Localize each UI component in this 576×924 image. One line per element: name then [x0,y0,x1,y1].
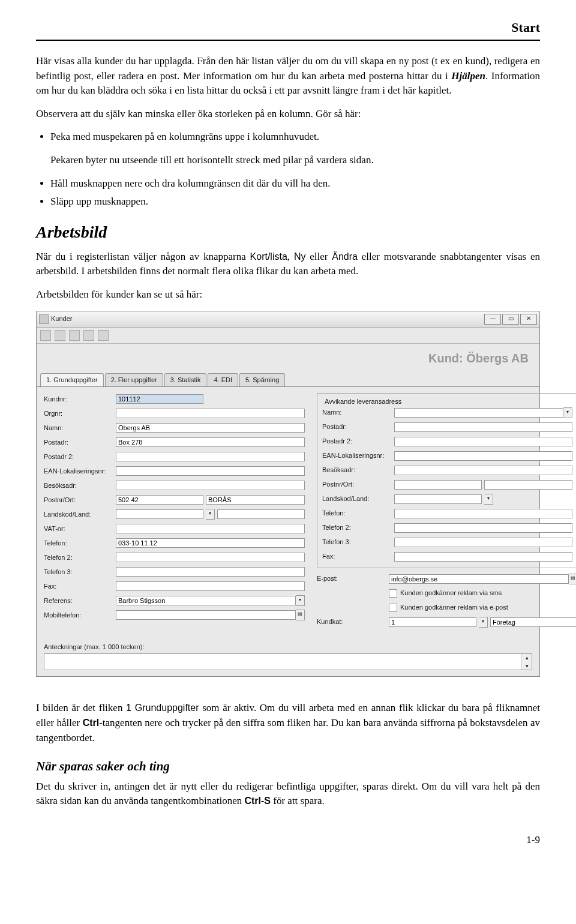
toolbar-button[interactable] [55,330,65,341]
tab-statistik[interactable]: 3. Statistik [164,373,207,387]
label-kundnr: Kundnr: [44,395,116,404]
chk-epost[interactable] [389,604,397,612]
tabs: 1. Grunduppgifter 2. Fler uppgifter 3. S… [37,371,539,388]
paragraph: I bilden är det fliken 1 Grunduppgifter … [36,701,540,745]
r-postadr2-field[interactable] [394,437,572,446]
divider [36,40,540,41]
scrollbar[interactable]: ▴ ▾ [521,654,532,670]
r-tel-field[interactable] [394,509,572,518]
close-button[interactable]: ✕ [520,314,537,325]
r-landskod-dropdown[interactable]: ▾ [484,494,493,505]
chk-sms[interactable] [389,589,397,598]
tel-field[interactable] [116,538,305,548]
r-landskod-field[interactable] [394,494,482,504]
paragraph: Arbetsbilden för kunder kan se ut så här… [36,287,540,302]
window-title: Kunder [51,314,72,324]
epost-btn[interactable]: ▤ [569,574,576,584]
label-r-tel3: Telefon 3: [322,538,394,547]
orgnr-field[interactable] [116,409,305,418]
mobil-btn[interactable]: ▤ [296,610,305,620]
kundkat-num-field[interactable] [389,617,476,627]
label-epost: E-post: [317,574,389,584]
tab-grunduppgifter[interactable]: 1. Grunduppgifter [40,373,104,387]
postnr-field[interactable] [116,495,203,505]
r-ort-field[interactable] [484,480,572,490]
label-orgnr: Orgnr: [44,409,116,419]
anteck-textarea[interactable]: ▴ ▾ [44,653,532,670]
minimize-button[interactable]: — [484,314,501,325]
label-kundkat: Kundkat: [317,617,389,627]
label-r-postadr: Postadr: [322,422,394,432]
label-ean: EAN-Lokaliseringsnr: [44,467,116,476]
bullet: Peka med muspekaren på en kolumngräns up… [50,130,540,145]
referens-dropdown[interactable]: ▾ [296,595,305,606]
toolbar [37,328,539,344]
label-namn: Namn: [44,424,116,433]
scroll-down-icon[interactable]: ▾ [522,662,532,670]
r-besok-field[interactable] [394,466,572,475]
label-r-ean: EAN-Lokaliseringsnr: [322,451,394,461]
landskod-dropdown[interactable]: ▾ [206,509,215,520]
label-referens: Referens: [44,596,116,606]
titlebar: Kunder — ▭ ✕ [37,311,539,328]
landskod-field[interactable] [116,509,203,519]
label-fax: Fax: [44,582,116,592]
toolbar-button[interactable] [98,330,109,341]
label-r-postadr2: Postadr 2: [322,437,394,446]
label-tel3: Telefon 3: [44,568,116,577]
land-field[interactable] [217,509,305,519]
chk-sms-label: Kunden godkänner reklam via sms [400,589,502,598]
tab-edi[interactable]: 4. EDI [208,373,238,387]
kundkat-field[interactable] [490,617,576,627]
r-postadr-field[interactable] [394,422,572,432]
tab-fler-uppgifter[interactable]: 2. Fler uppgifter [105,373,163,387]
toolbar-button[interactable] [69,330,80,341]
r-fax-field[interactable] [394,552,572,562]
tel3-field[interactable] [116,567,305,577]
r-postnr-field[interactable] [394,480,482,490]
paragraph: Det du skriver in, antingen det är nytt … [36,779,540,809]
ort-field[interactable] [206,495,305,505]
fax-field[interactable] [116,581,305,591]
section-header: Start [36,18,540,37]
r-tel2-field[interactable] [394,523,572,533]
label-vat: VAT-nr: [44,524,116,534]
paragraph: Här visas alla kunder du har upplagda. F… [36,54,540,98]
toolbar-button[interactable] [40,330,51,341]
label-r-tel: Telefon: [322,509,394,518]
label-r-namn: Namn: [322,408,394,418]
r-ean-field[interactable] [394,451,572,461]
leveransadress-group: Avvikande leveransadress Namn:▾ Postadr:… [317,393,576,568]
r-namn-field[interactable] [394,408,563,418]
epost-field[interactable] [389,574,569,584]
r-tel3-field[interactable] [394,538,572,547]
label-mobil: Mobiltelefon: [44,611,116,620]
besok-field[interactable] [116,481,305,490]
maximize-button[interactable]: ▭ [502,314,519,325]
page-number: 1-9 [36,833,540,848]
kundkat-dropdown[interactable]: ▾ [479,617,488,628]
kundnr-field[interactable] [116,394,203,404]
label-r-postnrort: Postnr/Ort: [322,480,394,490]
referens-field[interactable] [116,596,296,605]
toolbar-button[interactable] [83,330,94,341]
vat-field[interactable] [116,524,305,533]
paragraph: Pekaren byter nu utseende till ett horis… [50,153,540,168]
postadr-field[interactable] [116,437,305,447]
namn-field[interactable] [116,423,305,433]
label-postadr2: Postadr 2: [44,452,116,462]
ean-field[interactable] [116,466,305,476]
paragraph: Observera att du själv kan minska eller … [36,107,540,122]
heading-spara: När sparas saker och ting [36,757,540,775]
tab-sparning[interactable]: 5. Spårning [239,373,285,387]
mobil-field[interactable] [116,610,296,620]
paragraph: När du i registerlistan väljer någon av … [36,250,540,279]
postadr2-field[interactable] [116,452,305,461]
label-tel2: Telefon 2: [44,553,116,563]
label-besok: Besöksadr: [44,481,116,491]
r-namn-dropdown[interactable]: ▾ [563,407,572,418]
app-icon [39,314,49,324]
tel2-field[interactable] [116,553,305,562]
app-window: Kunder — ▭ ✕ Kund: Öbergs AB 1. Grundupp… [36,311,540,677]
scroll-up-icon[interactable]: ▴ [522,654,532,661]
